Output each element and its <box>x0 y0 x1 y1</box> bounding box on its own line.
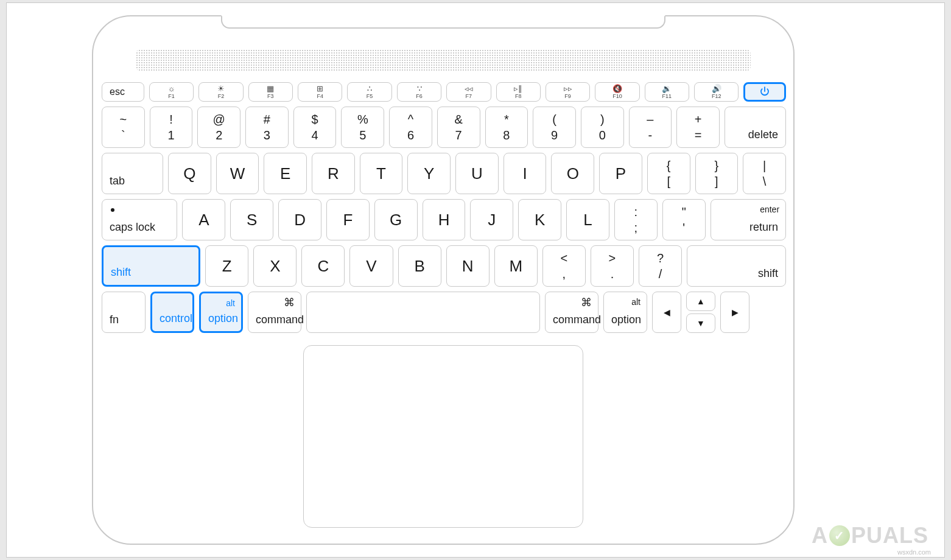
key-label: 2 <box>216 129 222 141</box>
key-9[interactable]: (9 <box>533 107 576 148</box>
key-shift-label: @ <box>213 113 225 125</box>
key-label: tab <box>110 175 125 187</box>
key-backslash[interactable]: |\ <box>743 153 786 194</box>
key-option-right[interactable]: alt option <box>603 292 647 333</box>
key-fn[interactable]: fn <box>102 292 146 333</box>
key-sublabel: alt <box>631 297 640 307</box>
key-u[interactable]: U <box>455 153 499 194</box>
key-1[interactable]: !1 <box>150 107 193 148</box>
key-b[interactable]: B <box>398 245 441 287</box>
key-i[interactable]: I <box>504 153 547 194</box>
key-7[interactable]: &7 <box>437 107 480 148</box>
key-t[interactable]: T <box>360 153 403 194</box>
key-arrow-up[interactable]: ▲ <box>686 292 715 311</box>
key-delete[interactable]: delete <box>725 107 786 148</box>
key-f2[interactable]: ☀F2 <box>198 82 243 102</box>
key-f4[interactable]: ⊞F4 <box>298 82 342 102</box>
fkey-icon: 🔉 <box>662 85 672 93</box>
key-space[interactable] <box>306 292 540 333</box>
key-3[interactable]: #3 <box>245 107 289 148</box>
trackpad[interactable] <box>303 345 583 528</box>
key-shift-right[interactable]: shift <box>687 245 786 287</box>
key-v[interactable]: V <box>349 245 393 287</box>
key-2[interactable]: @2 <box>197 107 240 148</box>
key-o[interactable]: O <box>551 153 594 194</box>
key-semicolon[interactable]: :; <box>614 199 658 240</box>
key-shift-label: # <box>264 113 270 125</box>
key-label: T <box>376 166 386 181</box>
key-shift-label: > <box>609 252 616 264</box>
key-minus[interactable]: –- <box>629 107 672 148</box>
key-f6[interactable]: ∵F6 <box>397 82 441 102</box>
key-x[interactable]: X <box>253 245 297 287</box>
key-comma[interactable]: <, <box>542 245 586 287</box>
key-arrow-down[interactable]: ▼ <box>686 313 715 333</box>
key-4[interactable]: $4 <box>293 107 337 148</box>
key-arrow-left[interactable]: ◀ <box>652 292 681 333</box>
key-tab[interactable]: tab <box>102 153 163 194</box>
key-f11[interactable]: 🔉F11 <box>645 82 689 102</box>
key-p[interactable]: P <box>599 153 642 194</box>
key-q[interactable]: Q <box>168 153 211 194</box>
key-l[interactable]: L <box>566 199 609 240</box>
key-shift-left[interactable]: shift <box>102 245 200 287</box>
key-f8[interactable]: ▹∥F8 <box>496 82 541 102</box>
key-s[interactable]: S <box>230 199 273 240</box>
key-e[interactable]: E <box>264 153 307 194</box>
key-g[interactable]: G <box>374 199 418 240</box>
key-5[interactable]: %5 <box>341 107 384 148</box>
key-label: Z <box>222 258 232 274</box>
key-f5[interactable]: ∴F5 <box>347 82 391 102</box>
key-label: B <box>414 258 424 274</box>
key-d[interactable]: D <box>278 199 321 240</box>
key-backtick[interactable]: ~` <box>102 107 145 148</box>
key-n[interactable]: N <box>446 245 490 287</box>
key-control[interactable]: control <box>150 292 194 333</box>
key-h[interactable]: H <box>423 199 466 240</box>
key-a[interactable]: A <box>182 199 225 240</box>
key-slash[interactable]: ?/ <box>639 245 682 287</box>
key-shift-label: ~ <box>120 113 127 125</box>
key-arrow-right[interactable]: ▶ <box>720 292 749 333</box>
key-quote[interactable]: "' <box>662 199 706 240</box>
key-k[interactable]: K <box>518 199 561 240</box>
key-c[interactable]: C <box>301 245 345 287</box>
key-y[interactable]: Y <box>407 153 451 194</box>
key-bracket-l[interactable]: {[ <box>647 153 690 194</box>
key-bracket-r[interactable]: }] <box>695 153 739 194</box>
key-f7[interactable]: ◃◃F7 <box>446 82 491 102</box>
key-command-right[interactable]: ⌘ command <box>545 292 598 333</box>
key-f10[interactable]: 🔇F10 <box>595 82 639 102</box>
key-w[interactable]: W <box>216 153 259 194</box>
key-8[interactable]: *8 <box>485 107 528 148</box>
key-capslock[interactable]: caps lock <box>102 199 177 240</box>
key-power[interactable] <box>743 82 786 102</box>
key-f12[interactable]: 🔊F12 <box>694 82 739 102</box>
key-f3[interactable]: ▦F3 <box>248 82 293 102</box>
key-label: 0 <box>599 129 606 141</box>
key-j[interactable]: J <box>470 199 513 240</box>
key-period[interactable]: >. <box>591 245 634 287</box>
key-label: F <box>343 212 353 228</box>
key-label: G <box>390 212 402 228</box>
key-option-left[interactable]: alt option <box>199 292 243 333</box>
key-f1[interactable]: ☼F1 <box>149 82 194 102</box>
key-6[interactable]: ^6 <box>389 107 432 148</box>
key-esc[interactable]: esc <box>102 82 144 102</box>
key-label: shift <box>758 267 778 280</box>
key-f9[interactable]: ▹▹F9 <box>546 82 590 102</box>
key-equals[interactable]: += <box>676 107 720 148</box>
fkey-icon: ▹▹ <box>564 85 572 93</box>
key-z[interactable]: Z <box>205 245 248 287</box>
key-label: M <box>509 258 522 274</box>
key-command-left[interactable]: ⌘ command <box>248 292 301 333</box>
watermark-text-post: PUALS <box>851 523 928 548</box>
key-r[interactable]: R <box>312 153 355 194</box>
key-0[interactable]: )0 <box>581 107 624 148</box>
key-f[interactable]: F <box>326 199 370 240</box>
key-m[interactable]: M <box>494 245 538 287</box>
keyboard: esc ☼F1☀F2▦F3⊞F4∴F5∵F6◃◃F7▹∥F8▹▹F9🔇F10🔉F… <box>102 82 786 333</box>
key-label: return <box>749 221 778 234</box>
key-return[interactable]: enter return <box>711 199 786 240</box>
key-shift-label: " <box>682 206 686 218</box>
